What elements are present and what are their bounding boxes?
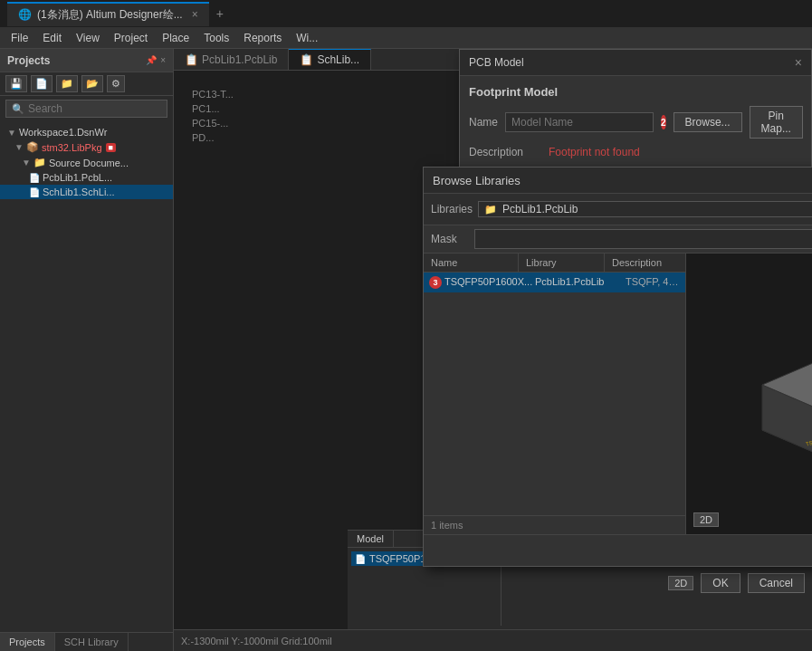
tree-area: ▼ Workspace1.DsnWr ▼ 📦 stm32.LibPkg ■ ▼ … [0,121,173,632]
pcblib-tab-icon: 📋 [185,53,198,66]
pcb-model-name-input[interactable] [505,112,654,132]
list-item-0[interactable]: 3 TSQFP50P1600X... PcbLib1.PcbLib TSQFP,… [424,273,685,292]
status-bar: X:-1300mil Y:-1000mil Grid:100mil [174,629,812,651]
browse-libraries-dialog: Browse Libraries × Libraries 📁 PcbLib1.P… [423,167,812,567]
tree-libpkg[interactable]: ▼ 📦 stm32.LibPkg ■ [0,139,173,155]
panel-bottom-tabs: Projects SCH Library [0,632,173,651]
mask-row: Mask ▼ [424,225,812,254]
menu-reports[interactable]: Reports [236,30,289,46]
item-badge: 3 [429,276,442,289]
active-tab[interactable]: 🌐 (1条消息) Altium Designer绘... × [7,2,209,26]
item-library: PcbLib1.PcbLib [535,276,626,289]
tab-pcblib[interactable]: 📋 PcbLib1.PcbLib [174,49,289,70]
libpkg-label: stm32.LibPkg [42,142,102,153]
menu-bar: File Edit View Project Place Tools Repor… [0,27,812,49]
libpkg-badge: ■ [106,143,116,152]
col-library[interactable]: Library [519,254,605,272]
tree-schlib[interactable]: 📄 SchLib1.SchLi... [0,185,173,199]
tab-close-icon[interactable]: × [192,8,198,21]
close-panel-icon[interactable]: × [160,55,166,65]
item-desc: TSQFP, 48-Leads, [626,276,680,289]
pcb-model-close-btn[interactable]: × [795,55,802,70]
menu-file[interactable]: File [4,30,35,46]
schlib-tab-label: SchLib... [317,53,359,66]
tab-sch-library[interactable]: SCH Library [55,633,129,651]
pin-map-btn[interactable]: Pin Map... [750,106,803,139]
lib-folder-icon: 📁 [484,204,497,215]
menu-view[interactable]: View [69,30,107,46]
new-tab-btn[interactable]: + [209,3,231,24]
tree-pcblib[interactable]: 📄 PcbLib1.PcbL... [0,170,173,185]
panel-header-icons: 📌 × [146,55,166,65]
mask-label: Mask [431,233,467,245]
chip-3d-preview: TSQFP50P1600 [735,303,812,484]
menu-edit[interactable]: Edit [35,30,69,46]
libraries-label: Libraries [431,203,473,215]
workspace-label: Workspace1.DsnWr [19,127,107,138]
new-doc-btn[interactable]: 📄 [31,75,53,92]
tree-workspace[interactable]: ▼ Workspace1.DsnWr [0,125,173,139]
model-2d-btn[interactable]: 2D [668,576,693,590]
tab-schlib[interactable]: 📋 SchLib... [289,49,371,70]
browse-dialog-title: Browse Libraries × [424,168,812,194]
tree-source-folder[interactable]: ▼ 📁 Source Docume... [0,155,173,170]
left-panel: Projects 📌 × 💾 📄 📁 📂 ⚙ 🔍 ▼ Workspace1.Ds… [0,49,174,651]
model-actions: 2D OK Cancel [502,570,812,597]
schlib-tab-icon: 📋 [300,53,313,66]
browse-list: Name Library Description 3 TSQFP50P1600X… [424,254,686,534]
workspace-icon: ▼ [7,128,16,138]
close-btn[interactable]: 📂 [81,75,103,92]
lib-toolbar: Libraries 📁 PcbLib1.PcbLib ▼ ··· Find... [424,194,812,225]
search-input[interactable] [28,102,161,115]
menu-place[interactable]: Place [155,30,196,46]
pcblib-label: PcbLib1.PcbL... [43,172,112,183]
tab-title: (1条消息) Altium Designer绘... [37,7,183,23]
col-name[interactable]: Name [424,254,519,272]
pcb-model-title-text: PCB Model [469,56,524,69]
pcblib-file-icon: 📄 [29,173,40,183]
settings-btn[interactable]: ⚙ [107,75,125,92]
tab-projects[interactable]: Projects [0,633,55,651]
menu-project[interactable]: Project [107,30,155,46]
browse-item-count: 1 items [424,515,685,534]
pkg-icon: 📦 [26,141,39,153]
save-btn[interactable]: 💾 [5,75,27,92]
pcb-model-dialog: PCB Model × Footprint Model Name 2 Brows… [459,49,812,176]
model-tab-active[interactable]: Model [348,531,394,547]
folder-icon: 📁 [33,157,46,168]
model-item-icon: 📄 [355,554,366,564]
folder-expand-icon: ▼ [22,158,31,168]
open-folder-btn[interactable]: 📁 [56,75,78,92]
pin-icon[interactable]: 📌 [146,55,157,65]
toolbar-row: 💾 📄 📁 📂 ⚙ [0,72,173,96]
browse-list-header: Name Library Description [424,254,685,273]
model-ok-btn[interactable]: OK [701,573,740,593]
main-layout: Projects 📌 × 💾 📄 📁 📂 ⚙ 🔍 ▼ Workspace1.Ds… [0,49,812,651]
pcb-desc-label: Description [469,146,541,158]
pcb-model-section: Footprint Model [469,85,802,99]
col-desc[interactable]: Description [605,254,685,272]
search-box[interactable]: 🔍 [5,100,167,118]
title-bar: 🌐 (1条消息) Altium Designer绘... × + [0,0,812,27]
browse-badge: 2 [661,115,666,129]
menu-wi[interactable]: Wi... [289,30,325,46]
item-name: TSQFP50P1600X... [444,276,535,289]
model-cancel-btn[interactable]: Cancel [748,573,805,593]
browse-title-text: Browse Libraries [433,174,521,187]
source-folder-label: Source Docume... [49,158,129,168]
panel-header: Projects 📌 × [0,49,173,72]
pcb-name-row: Name 2 Browse... Pin Map... [469,106,802,139]
pkg-expand-icon: ▼ [14,142,24,152]
tab-icon: 🌐 [18,8,32,21]
browse-actions: OK Cancel [424,534,812,566]
mask-input[interactable] [474,229,812,249]
search-icon: 🔍 [12,103,24,115]
schlib-file-icon: 📄 [29,187,40,197]
coords-text: X:-1300mil Y:-1000mil Grid:100mil [181,636,332,646]
browse-content: Name Library Description 3 TSQFP50P1600X… [424,254,812,534]
preview-2d-badge[interactable]: 2D [693,512,719,527]
pcb-desc-row: Description Footprint not found [469,146,802,158]
menu-tools[interactable]: Tools [196,30,236,46]
browse-btn[interactable]: Browse... [673,112,742,132]
center-area: 📋 PcbLib1.PcbLib 📋 SchLib... PC13-T... P… [174,49,812,651]
